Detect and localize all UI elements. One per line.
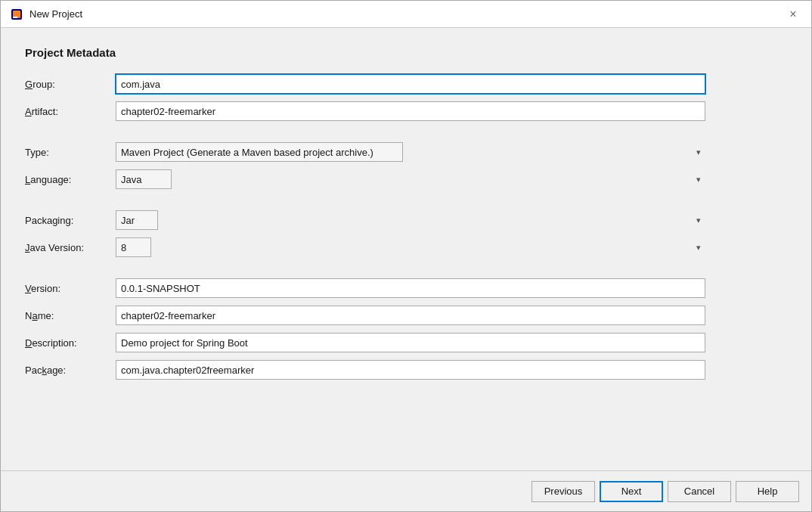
new-project-dialog: New Project × Project Metadata Group: Ar…	[0, 0, 812, 512]
previous-button[interactable]: Previous	[532, 481, 595, 502]
title-bar-left: New Project	[10, 8, 82, 21]
package-label: Package:	[25, 365, 116, 376]
intellij-icon	[10, 8, 23, 21]
dialog-title: New Project	[29, 8, 82, 20]
divider-2	[25, 197, 705, 203]
title-bar: New Project ×	[1, 1, 811, 28]
artifact-label: Artifact:	[25, 106, 116, 117]
name-label: Name:	[25, 310, 116, 321]
svg-rect-2	[13, 17, 17, 18]
java-version-select-wrapper: 8 11 17 21	[116, 237, 705, 257]
type-label: Type:	[25, 147, 116, 158]
packaging-select-wrapper: Jar War	[116, 210, 705, 230]
language-select-wrapper: Java Kotlin Groovy	[116, 169, 705, 189]
name-input[interactable]	[116, 306, 705, 325]
java-version-select[interactable]: 8 11 17 21	[116, 237, 151, 257]
close-button[interactable]: ×	[784, 5, 802, 23]
version-input[interactable]	[116, 278, 705, 298]
form-grid: Group: Artifact: Type: Maven Project (Ge…	[25, 74, 705, 380]
description-input[interactable]	[116, 333, 705, 352]
section-title: Project Metadata	[25, 46, 787, 59]
group-label: Group:	[25, 79, 116, 90]
form-content: Project Metadata Group: Artifact: Type: …	[1, 28, 811, 470]
java-version-label: Java Version:	[25, 242, 116, 253]
package-input[interactable]	[116, 360, 705, 380]
language-label: Language:	[25, 174, 116, 185]
version-label: Version:	[25, 283, 116, 294]
artifact-input[interactable]	[116, 101, 705, 121]
language-select[interactable]: Java Kotlin Groovy	[116, 169, 172, 189]
divider-1	[25, 129, 705, 135]
help-button[interactable]: Help	[736, 481, 799, 502]
packaging-select[interactable]: Jar War	[116, 210, 158, 230]
cancel-button[interactable]: Cancel	[668, 481, 731, 502]
type-select-wrapper: Maven Project (Generate a Maven based pr…	[116, 142, 705, 162]
next-button[interactable]: Next	[600, 481, 663, 502]
packaging-label: Packaging:	[25, 215, 116, 226]
description-label: Description:	[25, 337, 116, 349]
type-select[interactable]: Maven Project (Generate a Maven based pr…	[116, 142, 403, 162]
group-input[interactable]	[116, 74, 705, 94]
divider-3	[25, 265, 705, 271]
dialog-footer: Previous Next Cancel Help	[1, 470, 811, 511]
